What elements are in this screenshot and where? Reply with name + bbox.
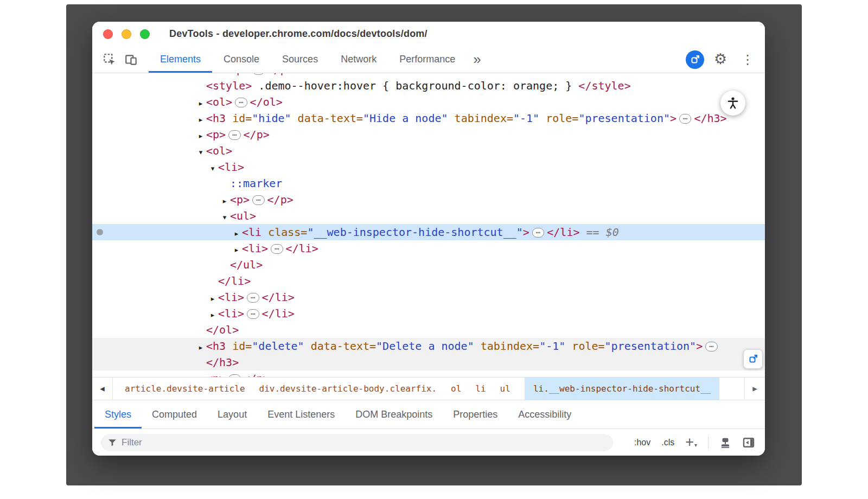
inline-expand-icon[interactable]: ⋯ xyxy=(228,130,240,140)
code-token: </li> xyxy=(218,274,251,287)
expand-arrow-icon[interactable]: ▸ xyxy=(195,128,206,144)
inline-expand-icon[interactable]: ⋯ xyxy=(228,374,240,377)
dom-tree-row[interactable]: ▾<li> xyxy=(92,159,765,175)
expand-arrow-icon[interactable]: ▸ xyxy=(195,95,206,112)
minimize-button[interactable] xyxy=(122,29,131,39)
breadcrumb-scroll-left-button[interactable]: ◂ xyxy=(92,378,113,400)
code-token: "__web-inspector-hide-shortcut__" xyxy=(307,226,522,239)
scroll-into-view-icon xyxy=(748,354,758,364)
expand-arrow-icon[interactable]: ▸ xyxy=(231,242,242,258)
code-token: <li> xyxy=(218,291,244,304)
sync-button[interactable] xyxy=(686,50,704,69)
inline-expand-icon[interactable]: ⋯ xyxy=(247,293,259,303)
dom-tree-row[interactable]: ▸<p>⋯</p> xyxy=(92,191,765,208)
rendering-emulations-button[interactable] xyxy=(719,437,731,449)
dom-tree-row[interactable]: ::marker xyxy=(92,175,765,191)
accessibility-button[interactable] xyxy=(720,91,745,116)
collapse-arrow-icon[interactable]: ▾ xyxy=(219,209,230,226)
new-style-rule-button[interactable]: + ▾ xyxy=(685,437,697,449)
sidebar-tab-styles[interactable]: Styles xyxy=(94,400,142,428)
dom-tree-row[interactable]: ▾<ol> xyxy=(92,143,765,159)
dom-tree-row[interactable]: ▸<p>⋯</p> xyxy=(92,370,765,377)
breadcrumb-scroll-right-button[interactable]: ▸ xyxy=(744,378,765,400)
breadcrumb-item[interactable]: ol xyxy=(451,378,461,400)
sidebar-tab-event-listeners[interactable]: Event Listeners xyxy=(257,400,345,428)
inline-expand-icon[interactable]: ⋯ xyxy=(679,114,691,124)
sidebar-tab-dom-breakpoints[interactable]: DOM Breakpoints xyxy=(345,400,443,428)
dom-tree-row[interactable]: </ul> xyxy=(92,257,765,273)
sidebar-tab-properties[interactable]: Properties xyxy=(443,400,508,428)
expand-arrow-icon[interactable]: ▸ xyxy=(219,193,230,209)
dom-tree-row[interactable]: ▸<li>⋯</li> xyxy=(92,289,765,305)
zoom-button[interactable] xyxy=(140,29,150,39)
dom-tree-row[interactable]: ▸<h3 id="hide" data-text="Hide a node" t… xyxy=(92,110,765,126)
sidebar-tab-accessibility[interactable]: Accessibility xyxy=(508,400,582,428)
code-token: .demo--hover:hover { background-color: o… xyxy=(252,79,578,92)
filter-field[interactable] xyxy=(101,434,613,451)
styles-filter-input[interactable] xyxy=(122,437,607,448)
plus-icon: + xyxy=(685,437,694,449)
dom-tree-row[interactable]: ▸<li>⋯</li> xyxy=(92,240,765,257)
inline-expand-icon[interactable]: ⋯ xyxy=(247,309,259,319)
toggle-sidebar-button[interactable] xyxy=(742,436,755,449)
inline-expand-icon[interactable]: ⋯ xyxy=(252,195,264,205)
code-token: <p> xyxy=(230,73,250,76)
element-classes-button[interactable]: .cls xyxy=(661,438,674,447)
code-token: > xyxy=(696,340,703,353)
dom-tree-row[interactable]: <style> .demo--hover:hover { background-… xyxy=(92,78,765,94)
dom-tree-row[interactable]: ▸<p>⋯</p> xyxy=(92,126,765,143)
kebab-menu-icon: ⋮ xyxy=(741,53,754,66)
inline-expand-icon[interactable]: ⋯ xyxy=(532,228,544,238)
inline-expand-icon[interactable]: ⋯ xyxy=(705,342,717,351)
expand-arrow-icon[interactable]: ▸ xyxy=(231,226,242,242)
device-toolbar-button[interactable] xyxy=(120,46,142,73)
inline-expand-icon[interactable]: ⋯ xyxy=(235,98,247,107)
code-token: data-text= xyxy=(291,112,363,125)
dom-tree-row[interactable]: ▸<li>⋯</li> xyxy=(92,305,765,322)
dom-tree-row[interactable]: </h3> xyxy=(92,354,765,370)
tab-elements[interactable]: Elements xyxy=(149,46,212,73)
breadcrumb-item[interactable]: li xyxy=(475,378,486,400)
expand-arrow-icon[interactable]: ▸ xyxy=(207,291,218,307)
inspect-element-button[interactable] xyxy=(99,46,120,73)
expand-arrow-icon[interactable]: ▸ xyxy=(195,372,206,377)
code-token: </p> xyxy=(244,372,270,377)
inline-expand-icon[interactable]: ⋯ xyxy=(252,73,264,75)
dom-tree-row[interactable]: </li> xyxy=(92,273,765,289)
customize-menu-button[interactable]: ⋮ xyxy=(737,53,758,66)
code-token: class= xyxy=(261,226,307,239)
dom-tree-row[interactable]: ▸<h3 id="delete" data-text="Delete a nod… xyxy=(92,338,765,354)
code-token: <h3 xyxy=(206,112,226,125)
code-token: </li> xyxy=(262,291,295,304)
dom-tree-row[interactable]: ▾<ul> xyxy=(92,208,765,224)
settings-button[interactable]: ⚙ xyxy=(710,52,731,67)
dom-tree-row[interactable]: ▸<p>⋯</p> xyxy=(92,73,765,78)
expand-arrow-icon[interactable]: ▸ xyxy=(207,307,218,323)
tab-performance[interactable]: Performance xyxy=(388,46,467,73)
collapse-arrow-icon[interactable]: ▾ xyxy=(207,161,218,177)
tab-console[interactable]: Console xyxy=(212,46,271,73)
tab-sources[interactable]: Sources xyxy=(271,46,329,73)
sidebar-tab-layout[interactable]: Layout xyxy=(207,400,257,428)
toggle-element-state-button[interactable]: :hov xyxy=(634,438,650,447)
inline-expand-icon[interactable]: ⋯ xyxy=(271,244,283,254)
close-button[interactable] xyxy=(103,29,113,39)
dom-tree-row[interactable]: ▸<li class="__web-inspector-hide-shortcu… xyxy=(92,224,765,240)
code-token: <p> xyxy=(230,193,250,206)
dom-tree-row[interactable]: ▸<ol>⋯</ol> xyxy=(92,94,765,110)
expand-arrow-icon[interactable]: ▸ xyxy=(195,112,206,128)
dom-tree-row[interactable]: </ol> xyxy=(92,322,765,338)
code-token: role= xyxy=(565,340,604,353)
code-token: </ol> xyxy=(206,323,239,336)
breadcrumb-item[interactable]: div.devsite-article-body.clearfix. xyxy=(259,378,437,400)
breadcrumb-item[interactable]: li.__web-inspector-hide-shortcut__ xyxy=(525,378,720,400)
scroll-into-view-button[interactable] xyxy=(743,349,763,369)
breadcrumb-item[interactable]: ul xyxy=(500,378,510,400)
breadcrumb-item[interactable]: article.devsite-article xyxy=(125,378,245,400)
tab-network[interactable]: Network xyxy=(329,46,388,73)
more-tabs-button[interactable]: » xyxy=(467,46,487,73)
collapse-arrow-icon[interactable]: ▾ xyxy=(195,144,206,161)
expand-arrow-icon[interactable]: ▸ xyxy=(195,340,206,356)
sidebar-toggle-icon xyxy=(742,436,755,449)
sidebar-tab-computed[interactable]: Computed xyxy=(142,400,207,428)
